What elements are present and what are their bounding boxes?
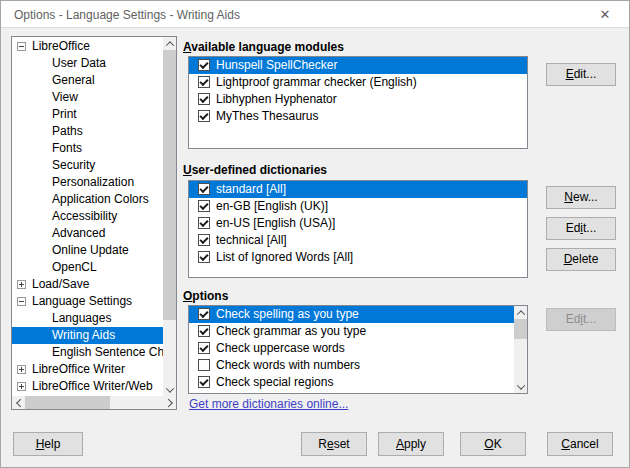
list-item-standard-all[interactable]: standard [All] [189, 181, 527, 198]
list-item-check-uppercase-words[interactable]: Check uppercase words [189, 340, 514, 357]
tree-item-language-settings[interactable]: Language Settings [12, 293, 163, 310]
chevron-left-icon [16, 398, 24, 406]
new-dictionary-button[interactable]: New... [546, 186, 616, 209]
expander-minus-icon[interactable] [17, 42, 26, 51]
list-item-list-of-ignored-words-all[interactable]: List of Ignored Words [All] [189, 249, 527, 266]
tree-item-general[interactable]: General [12, 72, 163, 89]
checkbox[interactable] [198, 59, 210, 71]
list-item-label: Libhyphen Hyphenator [216, 92, 337, 106]
checkbox[interactable] [198, 308, 210, 320]
tree-item-print[interactable]: Print [12, 106, 163, 123]
tree-item-label: Languages [52, 310, 111, 327]
apply-button[interactable]: Apply [378, 432, 444, 456]
scroll-down-button[interactable] [163, 383, 176, 396]
tree-item-label: Accessibility [52, 208, 117, 225]
tree-item-security[interactable]: Security [12, 157, 163, 174]
checkbox[interactable] [198, 183, 210, 195]
list-item-libhyphen-hyphenator[interactable]: Libhyphen Hyphenator [189, 91, 527, 108]
window-title: Options - Language Settings - Writing Ai… [14, 8, 240, 22]
tree-item-label: Advanced [52, 225, 105, 242]
scrollbar-thumb[interactable] [514, 319, 527, 339]
list-item-check-special-regions[interactable]: Check special regions [189, 374, 514, 391]
list-item-technical-all[interactable]: technical [All] [189, 232, 527, 249]
checkbox[interactable] [198, 342, 210, 354]
tree-item-paths[interactable]: Paths [12, 123, 163, 140]
list-item-mythes-thesaurus[interactable]: MyThes Thesaurus [189, 108, 527, 125]
checkbox[interactable] [198, 325, 210, 337]
expander-plus-icon[interactable] [17, 382, 26, 391]
scrollbar-thumb[interactable] [163, 50, 176, 320]
chevron-down-icon [516, 381, 524, 389]
expander-plus-icon[interactable] [17, 280, 26, 289]
checkbox[interactable] [198, 251, 210, 263]
scroll-up-button[interactable] [514, 306, 527, 319]
tree-item-label: View [52, 89, 78, 106]
list-item-check-words-with-numbers[interactable]: Check words with numbers [189, 357, 514, 374]
checkbox[interactable] [198, 234, 210, 246]
list-item-label: Check uppercase words [216, 341, 345, 355]
list-item-label: Check grammar as you type [216, 324, 366, 338]
tree-item-languages[interactable]: Languages [12, 310, 163, 327]
help-button[interactable]: Help [13, 432, 83, 456]
tree-vertical-scrollbar[interactable] [163, 37, 176, 396]
scrollbar-thumb[interactable] [25, 396, 110, 409]
tree-item-fonts[interactable]: Fonts [12, 140, 163, 157]
expander-minus-icon[interactable] [17, 297, 26, 306]
tree-item-personalization[interactable]: Personalization [12, 174, 163, 191]
options-vertical-scrollbar[interactable] [514, 306, 527, 393]
title-bar: Options - Language Settings - Writing Ai… [1, 1, 629, 28]
tree-item-load-save[interactable]: Load/Save [12, 276, 163, 293]
delete-dictionary-button[interactable]: Delete [546, 248, 616, 271]
tree-item-libreoffice-writer-web[interactable]: LibreOffice Writer/Web [12, 378, 163, 395]
get-more-dictionaries-link[interactable]: Get more dictionaries online... [189, 397, 348, 411]
tree-item-libreoffice-writer[interactable]: LibreOffice Writer [12, 361, 163, 378]
tree-item-user-data[interactable]: User Data [12, 55, 163, 72]
category-tree: LibreOfficeUser DataGeneralViewPrintPath… [11, 36, 177, 410]
checkbox[interactable] [198, 200, 210, 212]
edit-dictionary-button[interactable]: Edit... [546, 217, 616, 240]
checkbox[interactable] [198, 376, 210, 388]
options-dialog: Options - Language Settings - Writing Ai… [0, 0, 630, 468]
scroll-up-button[interactable] [163, 37, 176, 50]
list-item-en-us-english-usa[interactable]: en-US [English (USA)] [189, 215, 527, 232]
close-button[interactable]: ✕ [589, 3, 621, 26]
tree-item-application-colors[interactable]: Application Colors [12, 191, 163, 208]
tree-item-label: Print [52, 106, 77, 123]
tree-item-label: General [52, 72, 95, 89]
list-item-label: List of Ignored Words [All] [216, 250, 353, 264]
tree-item-accessibility[interactable]: Accessibility [12, 208, 163, 225]
close-icon: ✕ [600, 7, 611, 22]
scroll-right-button[interactable] [163, 396, 176, 409]
list-item-hunspell-spellchecker[interactable]: Hunspell SpellChecker [189, 57, 527, 74]
tree-item-online-update[interactable]: Online Update [12, 242, 163, 259]
checkbox[interactable] [198, 110, 210, 122]
list-item-label: MyThes Thesaurus [216, 109, 319, 123]
tree-item-label: Load/Save [32, 276, 89, 293]
checkbox[interactable] [198, 217, 210, 229]
checkbox[interactable] [198, 76, 210, 88]
tree-horizontal-scrollbar[interactable] [12, 396, 176, 409]
tree-item-opencl[interactable]: OpenCL [12, 259, 163, 276]
tree-item-writing-aids[interactable]: Writing Aids [12, 327, 163, 344]
list-item-check-spelling-as-you-type[interactable]: Check spelling as you type [189, 306, 514, 323]
checkbox[interactable] [198, 359, 210, 371]
checkbox[interactable] [198, 93, 210, 105]
tree-item-label: Personalization [52, 174, 134, 191]
modules-section-label: Available language modules [183, 40, 344, 54]
list-item-label: Lightproof grammar checker (English) [216, 75, 417, 89]
expander-plus-icon[interactable] [17, 365, 26, 374]
tree-item-view[interactable]: View [12, 89, 163, 106]
list-item-en-gb-english-uk[interactable]: en-GB [English (UK)] [189, 198, 527, 215]
reset-button[interactable]: Reset [301, 432, 367, 456]
edit-modules-button[interactable]: Edit... [546, 63, 616, 86]
tree-item-english-sentence-chec[interactable]: English Sentence Chec [12, 344, 163, 361]
list-item-check-grammar-as-you-type[interactable]: Check grammar as you type [189, 323, 514, 340]
cancel-button[interactable]: Cancel [547, 432, 613, 456]
list-item-lightproof-grammar-checker-english[interactable]: Lightproof grammar checker (English) [189, 74, 527, 91]
scroll-down-button[interactable] [514, 380, 527, 393]
tree-item-label: English Sentence Chec [52, 344, 163, 361]
tree-item-advanced[interactable]: Advanced [12, 225, 163, 242]
scroll-left-button[interactable] [12, 396, 25, 409]
tree-item-libreoffice[interactable]: LibreOffice [12, 38, 163, 55]
ok-button[interactable]: OK [460, 432, 526, 456]
